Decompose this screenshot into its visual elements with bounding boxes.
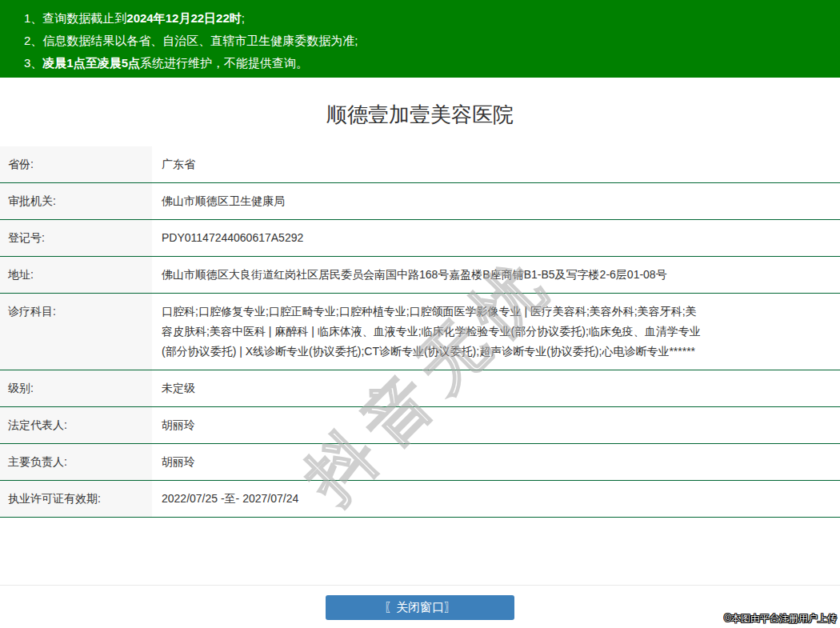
upload-attribution-watermark: ©本图由平台注册用户上传	[724, 612, 837, 626]
notice-2-text: 2、信息数据结果以各省、自治区、直辖市卫生健康委数据为准;	[24, 34, 358, 47]
table-row-registration-number: 登记号: PDY01147244060617A5292	[0, 220, 840, 257]
table-row-license-validity: 执业许可证有效期: 2022/07/25 -至- 2027/07/24	[0, 481, 840, 518]
row-value: 胡丽玲	[152, 407, 707, 443]
row-value: 佛山市顺德区卫生健康局	[152, 183, 707, 219]
notice-1-suffix: ;	[242, 11, 245, 25]
row-label: 诊疗科目:	[0, 294, 152, 370]
table-row-approval-authority: 审批机关: 佛山市顺德区卫生健康局	[0, 183, 840, 220]
row-label: 执业许可证有效期:	[0, 481, 152, 517]
table-row-address: 地址: 佛山市顺德区大良街道红岗社区居民委员会南国中路168号嘉盈楼B座商铺B1…	[0, 257, 840, 294]
row-value: 口腔科;口腔修复专业;口腔正畸专业;口腔种植专业;口腔颌面医学影像专业 | 医疗…	[152, 294, 707, 370]
table-row-level: 级别: 未定级	[0, 370, 840, 407]
table-row-legal-representative: 法定代表人: 胡丽玲	[0, 407, 840, 444]
notice-line-2: 2、信息数据结果以各省、自治区、直辖市卫生健康委数据为准;	[24, 30, 824, 52]
page-title: 顺德壹加壹美容医院	[0, 99, 840, 130]
notice-line-3: 3、凌晨1点至凌晨5点系统进行维护，不能提供查询。	[24, 52, 824, 74]
notice-3-suffix: 系统进行维护，不能提供查询。	[140, 56, 308, 70]
row-label: 主要负责人:	[0, 444, 152, 480]
spacer	[0, 518, 840, 585]
notice-banner: 1、查询数据截止到2024年12月22日22时; 2、信息数据结果以各省、自治区…	[0, 0, 840, 78]
notice-1-text: 1、查询数据截止到	[24, 11, 126, 25]
table-row-province: 省份: 广东省	[0, 146, 840, 183]
close-window-button[interactable]: 〖关闭窗口〗	[326, 595, 514, 620]
institution-info-table: 省份: 广东省 审批机关: 佛山市顺德区卫生健康局 登记号: PDY011472…	[0, 146, 840, 518]
row-value: 广东省	[152, 146, 707, 182]
notice-3-text: 3、	[24, 56, 42, 70]
row-label: 地址:	[0, 257, 152, 293]
row-value: 2022/07/25 -至- 2027/07/24	[152, 481, 707, 517]
row-value: 佛山市顺德区大良街道红岗社区居民委员会南国中路168号嘉盈楼B座商铺B1-B5及…	[152, 257, 707, 293]
row-label: 法定代表人:	[0, 407, 152, 443]
row-label: 级别:	[0, 370, 152, 406]
row-label: 登记号:	[0, 220, 152, 256]
row-label: 审批机关:	[0, 183, 152, 219]
row-value: 胡丽玲	[152, 444, 707, 480]
table-row-main-person-in-charge: 主要负责人: 胡丽玲	[0, 444, 840, 481]
notice-1-bold: 2024年12月22日22时	[126, 11, 241, 25]
footer: 〖关闭窗口〗	[0, 585, 840, 623]
row-value: PDY01147244060617A5292	[152, 220, 707, 256]
notice-3-bold: 凌晨1点至凌晨5点	[42, 56, 140, 70]
row-value: 未定级	[152, 370, 707, 406]
notice-line-1: 1、查询数据截止到2024年12月22日22时;	[24, 7, 824, 30]
table-row-treatment-subjects: 诊疗科目: 口腔科;口腔修复专业;口腔正畸专业;口腔种植专业;口腔颌面医学影像专…	[0, 294, 840, 370]
row-label: 省份:	[0, 146, 152, 182]
